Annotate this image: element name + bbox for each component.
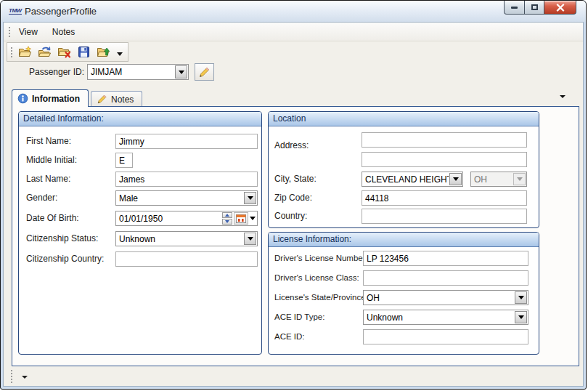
chevron-down-icon: [179, 70, 184, 74]
edit-passenger-button[interactable]: [195, 63, 214, 81]
export-profile-button[interactable]: [96, 45, 110, 60]
triangle-up-icon: [225, 214, 229, 217]
toolbar-overflow-icon[interactable]: [117, 52, 123, 56]
date-spinner: [222, 211, 232, 225]
dl-state-value: OH: [364, 291, 514, 305]
window-controls: [504, 1, 576, 15]
citizenship-status-label: Citizenship Status:: [26, 231, 98, 246]
pencil-icon: [97, 94, 107, 105]
tab-list-dropdown-button[interactable]: [560, 95, 568, 102]
menu-view[interactable]: View: [13, 25, 44, 39]
citizenship-country-label: Citizenship Country:: [26, 251, 104, 267]
open-folder-icon: [38, 46, 52, 58]
client-area: View Notes: [3, 22, 584, 387]
ace-id-label: ACE ID:: [274, 329, 305, 344]
close-icon: [556, 4, 565, 12]
address-line1-input[interactable]: [362, 132, 527, 148]
ace-id-input[interactable]: [363, 329, 528, 344]
address-line2-input[interactable]: [362, 152, 527, 167]
gender-combobox[interactable]: Male: [115, 190, 258, 206]
menu-notes[interactable]: Notes: [46, 25, 81, 39]
title-bar[interactable]: TMW PassengerProfile: [1, 1, 586, 22]
gender-dropdown-button[interactable]: [244, 192, 256, 204]
passenger-id-dropdown-button[interactable]: [175, 65, 187, 78]
date-of-birth-picker[interactable]: 01/01/1950: [115, 211, 258, 226]
delete-profile-button[interactable]: [57, 45, 71, 60]
chevron-down-icon: [560, 95, 565, 98]
zip-code-input[interactable]: [362, 190, 527, 206]
dl-state-dropdown-button[interactable]: [515, 291, 527, 304]
date-dropdown-button[interactable]: [248, 211, 257, 225]
detailed-information-group: Detailed Information: First Name: Middle…: [18, 111, 262, 355]
open-profile-button[interactable]: [37, 45, 52, 60]
license-information-header: License Information:: [269, 233, 539, 247]
location-group: Location Address: City, State: CLEVELAND…: [268, 111, 539, 228]
tab-notes-label: Notes: [111, 94, 134, 105]
maximize-icon: [531, 4, 538, 10]
gender-value: Male: [116, 191, 243, 205]
citizenship-status-combobox[interactable]: Unknown: [115, 231, 258, 246]
dl-state-label: License's State/Province:: [274, 290, 368, 305]
location-header: Location: [269, 112, 539, 126]
calendar-button[interactable]: [234, 212, 248, 225]
new-profile-button[interactable]: [17, 45, 32, 60]
delete-folder-icon: [57, 46, 71, 58]
zip-code-label: Zip Code:: [274, 190, 312, 206]
chevron-down-icon: [250, 217, 256, 220]
last-name-label: Last Name:: [26, 172, 70, 187]
country-label: Country:: [274, 209, 307, 224]
toolbar-island: [7, 42, 128, 62]
bottom-panel-grip[interactable]: [11, 370, 12, 383]
last-name-input[interactable]: [115, 172, 258, 187]
bottom-panel-dropdown-button[interactable]: [20, 374, 30, 381]
calendar-icon: [236, 214, 246, 223]
dl-class-input[interactable]: [363, 270, 528, 286]
city-dropdown-button[interactable]: [449, 173, 462, 185]
state-dropdown-button[interactable]: [513, 173, 526, 185]
chevron-down-icon: [518, 296, 524, 299]
date-of-birth-value: 01/01/1950: [116, 211, 222, 225]
middle-initial-input[interactable]: [115, 153, 133, 168]
passenger-profile-window: TMW PassengerProfile View Notes: [0, 0, 587, 390]
new-folder-icon: [18, 46, 32, 58]
ace-id-type-value: Unknown: [364, 310, 514, 324]
country-input[interactable]: [362, 209, 527, 224]
spin-down-button[interactable]: [222, 219, 232, 225]
pencil-icon: [198, 66, 211, 78]
tab-strip: Information Notes: [12, 89, 561, 107]
ace-id-type-label: ACE ID Type:: [274, 310, 324, 325]
minimize-button[interactable]: [504, 1, 525, 15]
close-button[interactable]: [544, 1, 576, 15]
minimize-icon: [511, 7, 518, 9]
chevron-down-icon: [22, 376, 28, 379]
detailed-information-header: Detailed Information:: [19, 112, 261, 126]
information-tab-page: Detailed Information: First Name: Middle…: [12, 106, 579, 366]
address-label: Address:: [274, 138, 309, 153]
passenger-id-combobox[interactable]: JIMJAM: [87, 64, 189, 80]
citizenship-country-input[interactable]: [115, 251, 258, 267]
citizenship-status-dropdown-button[interactable]: [244, 233, 256, 245]
first-name-input[interactable]: [115, 134, 258, 149]
state-combobox[interactable]: OH: [470, 172, 527, 187]
chevron-down-icon: [248, 196, 253, 200]
save-profile-button[interactable]: [76, 45, 91, 60]
city-combobox[interactable]: CLEVELAND HEIGHTS,: [362, 172, 463, 187]
tab-information[interactable]: Information: [12, 89, 89, 107]
ace-id-type-combobox[interactable]: Unknown: [363, 310, 528, 325]
tab-notes[interactable]: Notes: [91, 91, 142, 107]
passenger-id-label: Passenger ID:: [29, 64, 84, 80]
save-icon: [78, 46, 90, 58]
toolbar-grip[interactable]: [11, 47, 12, 57]
dl-class-label: Driver's License Class:: [274, 270, 359, 286]
first-name-label: First Name:: [26, 134, 71, 149]
dl-number-input[interactable]: [363, 251, 528, 266]
date-of-birth-label: Date Of Birth:: [26, 211, 79, 226]
chevron-down-icon: [518, 315, 524, 319]
menu-grip[interactable]: [9, 27, 10, 37]
maximize-button[interactable]: [524, 1, 544, 15]
spin-up-button[interactable]: [222, 212, 232, 218]
passenger-id-value: JIMJAM: [88, 65, 174, 79]
menu-bar: View Notes: [4, 23, 583, 41]
dl-state-combobox[interactable]: OH: [363, 290, 528, 305]
ace-id-type-dropdown-button[interactable]: [515, 311, 527, 323]
